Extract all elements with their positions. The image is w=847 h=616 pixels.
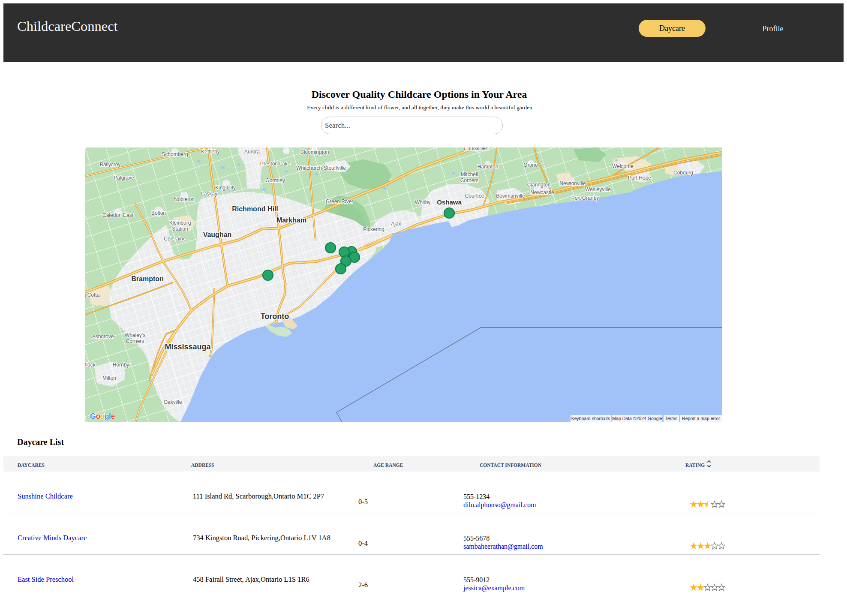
svg-text:Oshawa: Oshawa — [437, 198, 462, 206]
svg-text:Ajax: Ajax — [391, 221, 401, 227]
svg-text:Whaley's: Whaley's — [125, 332, 145, 338]
svg-text:Nobleton: Nobleton — [174, 196, 195, 202]
svg-text:Port Granby: Port Granby — [571, 195, 599, 201]
svg-text:Newcastle: Newcastle — [530, 189, 554, 195]
svg-text:o: o — [100, 412, 105, 421]
svg-text:Welcome: Welcome — [612, 163, 634, 169]
svg-text:Kleinburg: Kleinburg — [169, 220, 191, 226]
svg-text:Ashgrove: Ashgrove — [92, 334, 114, 340]
svg-text:Gormley: Gormley — [265, 177, 285, 183]
svg-text:Whitchurch-Stouffville: Whitchurch-Stouffville — [296, 165, 346, 171]
svg-text:Schomberg: Schomberg — [162, 151, 188, 157]
svg-text:Coleraine: Coleraine — [164, 236, 186, 242]
svg-text:ra Cotta: ra Cotta — [85, 292, 100, 298]
svg-text:Oakville: Oakville — [164, 399, 182, 405]
svg-text:Ballycroy: Ballycroy — [100, 162, 121, 168]
svg-text:Milton: Milton — [102, 375, 116, 381]
svg-text:Hampton: Hampton — [478, 164, 499, 170]
svg-text:Map Data ©2024 Google: Map Data ©2024 Google — [612, 416, 662, 421]
svg-text:G: G — [90, 412, 96, 421]
svg-text:Orono: Orono — [523, 162, 538, 168]
svg-text:Richmond Hill: Richmond Hill — [232, 205, 278, 213]
svg-text:Block: Block — [85, 362, 96, 368]
svg-text:Terms: Terms — [665, 416, 678, 421]
svg-text:Courtice: Courtice — [465, 193, 484, 199]
svg-text:Corners: Corners — [460, 177, 479, 183]
svg-text:Kettleby: Kettleby — [201, 149, 219, 155]
svg-text:Hornby: Hornby — [113, 362, 129, 368]
svg-text:e: e — [111, 412, 115, 421]
svg-text:Pickering: Pickering — [363, 226, 384, 232]
svg-text:Station: Station — [172, 226, 188, 232]
svg-text:Cobourg: Cobourg — [673, 170, 693, 176]
svg-text:Laskay: Laskay — [201, 191, 217, 197]
svg-text:Corners: Corners — [126, 338, 144, 344]
svg-text:King City: King City — [215, 185, 236, 191]
svg-text:Clarington: Clarington — [527, 182, 551, 188]
svg-text:Bloomington: Bloomington — [300, 149, 329, 155]
svg-text:Green River: Green River — [326, 198, 354, 204]
svg-text:o: o — [96, 412, 101, 421]
svg-text:Markham: Markham — [276, 216, 306, 224]
svg-text:Aurora: Aurora — [244, 149, 260, 155]
svg-text:Caledon East: Caledon East — [102, 212, 134, 218]
svg-text:Keyboard shortcuts: Keyboard shortcuts — [571, 416, 610, 421]
svg-text:Port Hope: Port Hope — [628, 175, 651, 181]
svg-text:Wesleyville: Wesleyville — [585, 186, 611, 192]
svg-text:Bowmanville: Bowmanville — [496, 193, 525, 199]
svg-text:Newtonville: Newtonville — [559, 180, 586, 186]
svg-text:Vaughan: Vaughan — [203, 231, 232, 238]
svg-text:Mississauga: Mississauga — [165, 343, 211, 351]
svg-text:Brampton: Brampton — [131, 275, 164, 282]
svg-text:Toronto: Toronto — [261, 312, 289, 321]
svg-text:Palgrave: Palgrave — [114, 175, 134, 181]
svg-text:g: g — [105, 412, 109, 421]
svg-text:Report a map error: Report a map error — [682, 416, 720, 421]
svg-text:Preston Lake: Preston Lake — [260, 161, 291, 167]
svg-text:Bolton: Bolton — [151, 210, 166, 216]
svg-text:Mitchell: Mitchell — [461, 171, 478, 177]
svg-text:Enniskillen: Enniskillen — [464, 147, 488, 151]
svg-text:Whitby: Whitby — [415, 199, 431, 205]
